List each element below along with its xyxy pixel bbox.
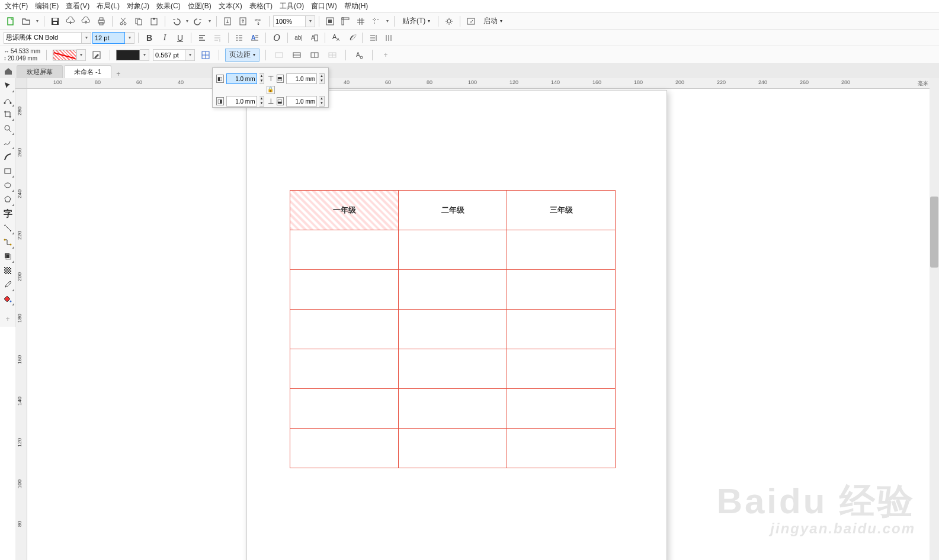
paragraph-button[interactable] (210, 31, 225, 44)
margin-bottom-spinner[interactable]: ▲▼ (319, 96, 325, 107)
variable-font-button[interactable]: O (270, 31, 284, 44)
border-button[interactable] (198, 49, 213, 62)
table-object[interactable]: 一年级二年级三年级 (290, 190, 616, 468)
page-margin-button[interactable]: 页边距▾ (225, 49, 259, 62)
table-cell[interactable] (290, 429, 399, 468)
table-cell[interactable] (399, 349, 507, 389)
redo-button[interactable] (191, 15, 206, 28)
bg-swatch[interactable] (53, 50, 76, 60)
home-tab-icon[interactable] (2, 65, 14, 77)
menu-window[interactable]: 窗口(W) (311, 1, 336, 11)
undo-dropdown[interactable]: ▾ (184, 18, 190, 24)
table-cell[interactable] (399, 429, 507, 468)
table-cell[interactable] (290, 349, 399, 389)
edit-text-button[interactable]: ab| (291, 31, 306, 44)
table-cell[interactable] (507, 270, 616, 310)
char-format-button[interactable]: A (307, 31, 321, 44)
table-cell[interactable] (507, 389, 616, 429)
menu-layout[interactable]: 布局(L) (97, 1, 120, 11)
font-combo[interactable]: ▾ (4, 32, 91, 44)
underline-button[interactable]: U (173, 31, 187, 44)
opentype-button[interactable]: 𝒪 (344, 31, 358, 44)
artistic-media-tool[interactable] (1, 150, 14, 163)
copy-button[interactable] (132, 15, 146, 28)
export-button[interactable] (236, 15, 250, 28)
zoom-input[interactable] (273, 15, 306, 27)
table-cell[interactable] (290, 230, 399, 270)
outline-width-combo[interactable]: ▾ (153, 49, 195, 61)
polygon-tool[interactable] (1, 193, 14, 206)
publish-pdf-button[interactable]: PDF (251, 15, 265, 28)
margin-bottom-input[interactable] (286, 96, 317, 107)
italic-button[interactable]: I (158, 31, 172, 44)
fill-tool[interactable] (1, 292, 14, 305)
menu-tools[interactable]: 工具(O) (280, 1, 304, 11)
add-command-button[interactable]: + (379, 49, 393, 62)
margin-top-spinner[interactable]: ▲▼ (319, 73, 325, 84)
page[interactable]: 一年级二年级三年级 (246, 90, 667, 560)
connector-tool[interactable] (1, 236, 14, 249)
bullets-button[interactable] (232, 31, 246, 44)
undo-button[interactable] (169, 15, 183, 28)
zoom-tool[interactable] (1, 122, 14, 135)
bold-button[interactable]: B (142, 31, 156, 44)
cloud-upload-button[interactable] (79, 15, 93, 28)
eyedropper-tool[interactable] (1, 278, 14, 291)
split-v-button[interactable] (307, 49, 322, 62)
table-cell[interactable] (507, 429, 616, 468)
table-cell[interactable] (399, 230, 507, 270)
menu-edit[interactable]: 编辑(E) (35, 1, 59, 11)
table-cell[interactable] (399, 389, 507, 429)
table-header-cell[interactable]: 三年级 (507, 191, 616, 230)
launch-button[interactable]: 启动▾ (479, 15, 507, 28)
table-cell[interactable] (290, 310, 399, 349)
menu-table[interactable]: 表格(T) (249, 1, 273, 11)
launch-icon[interactable] (464, 15, 478, 28)
table-cell[interactable] (507, 230, 616, 270)
open-dropdown[interactable]: ▾ (34, 18, 40, 24)
table-header-cell[interactable]: 二年级 (399, 191, 507, 230)
show-grid-button[interactable] (354, 15, 368, 28)
crop-tool[interactable] (1, 108, 14, 121)
ellipse-tool[interactable] (1, 179, 14, 192)
show-guidelines-button[interactable] (369, 15, 383, 28)
cut-button[interactable] (116, 15, 130, 28)
text-direction-button[interactable] (366, 31, 380, 44)
y-value[interactable]: 20.049 mm (8, 55, 37, 62)
import-button[interactable] (220, 15, 235, 28)
fontsize-combo[interactable]: ▾ (92, 32, 134, 44)
options-button[interactable] (442, 15, 456, 28)
add-tool-button[interactable]: + (1, 313, 14, 326)
menu-view[interactable]: 查看(V) (66, 1, 89, 11)
zoom-combo[interactable]: ▾ (273, 15, 315, 27)
dropshadow-tool[interactable] (1, 250, 14, 263)
redo-dropdown[interactable]: ▾ (207, 18, 213, 24)
add-tab-button[interactable]: + (113, 70, 124, 78)
table-header-cell[interactable]: 一年级 (290, 191, 399, 230)
table-cell[interactable] (507, 310, 616, 349)
align-button[interactable] (195, 31, 209, 44)
tab-doc1[interactable]: 未命名 -1 (64, 65, 111, 78)
table-cell[interactable] (290, 270, 399, 310)
pick-tool[interactable] (1, 79, 14, 92)
merge-cells-button[interactable] (272, 49, 286, 62)
table-cell[interactable] (399, 310, 507, 349)
margin-top-input[interactable] (286, 73, 317, 84)
table-cell[interactable] (507, 349, 616, 389)
split-h-button[interactable] (290, 49, 304, 62)
menu-object[interactable]: 对象(J) (127, 1, 149, 11)
font-input[interactable] (4, 32, 82, 44)
x-value[interactable]: 54.533 mm (11, 48, 40, 55)
paste-button[interactable] (147, 15, 161, 28)
outline-width-input[interactable] (153, 49, 185, 61)
bg-swatch-combo[interactable]: ▾ (53, 49, 86, 61)
margin-right-spinner[interactable]: ▲▼ (259, 96, 265, 107)
margin-left-spinner[interactable]: ▲▼ (259, 73, 265, 84)
menu-text[interactable]: 文本(X) (219, 1, 242, 11)
table-cell[interactable] (290, 389, 399, 429)
margin-right-input[interactable] (226, 96, 257, 107)
new-doc-button[interactable] (4, 15, 18, 28)
print-button[interactable] (94, 15, 108, 28)
cloud-download-button[interactable] (63, 15, 78, 28)
tab-welcome[interactable]: 欢迎屏幕 (17, 65, 63, 78)
